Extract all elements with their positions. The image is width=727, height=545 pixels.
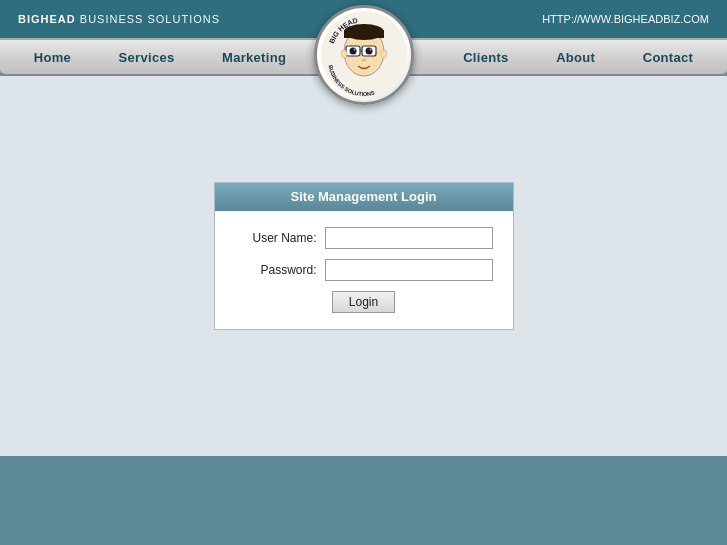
footer-area bbox=[0, 456, 727, 545]
svg-rect-5 bbox=[344, 30, 384, 38]
logo-svg: BIG HEAD BUSINESS SOLUTIONS bbox=[320, 10, 408, 100]
login-box: Site Management Login User Name: Passwor… bbox=[214, 182, 514, 330]
svg-point-15 bbox=[381, 50, 387, 58]
nav-services[interactable]: Services bbox=[105, 46, 189, 69]
login-btn-row: Login bbox=[235, 291, 493, 313]
username-row: User Name: bbox=[235, 227, 493, 249]
svg-point-8 bbox=[353, 49, 355, 51]
password-input[interactable] bbox=[325, 259, 493, 281]
nav-about[interactable]: About bbox=[542, 46, 609, 69]
password-row: Password: bbox=[235, 259, 493, 281]
brand-rest: BUSINESS SOLUTIONS bbox=[76, 13, 220, 25]
nav-contact[interactable]: Contact bbox=[629, 46, 708, 69]
page: BIGHEAD BUSINESS SOLUTIONS HTTP://WWW.BI… bbox=[0, 0, 727, 545]
username-label: User Name: bbox=[235, 231, 325, 245]
content-area: Site Management Login User Name: Passwor… bbox=[0, 76, 727, 456]
login-button[interactable]: Login bbox=[332, 291, 395, 313]
svg-point-7 bbox=[349, 48, 356, 55]
svg-point-10 bbox=[365, 48, 372, 55]
logo-wrap: BIG HEAD BUSINESS SOLUTIONS bbox=[309, 0, 419, 110]
username-input[interactable] bbox=[325, 227, 493, 249]
login-title: Site Management Login bbox=[215, 183, 513, 211]
logo-circle: BIG HEAD BUSINESS SOLUTIONS bbox=[314, 5, 414, 105]
header-url: HTTP://WWW.BIGHEADBIZ.COM bbox=[542, 13, 709, 25]
nav-clients[interactable]: Clients bbox=[449, 46, 522, 69]
nav-home[interactable]: Home bbox=[20, 46, 85, 69]
nav-marketing[interactable]: Marketing bbox=[208, 46, 300, 69]
svg-point-11 bbox=[369, 49, 371, 51]
svg-point-14 bbox=[341, 50, 347, 58]
header-brand: BIGHEAD BUSINESS SOLUTIONS bbox=[18, 13, 220, 25]
login-body: User Name: Password: Login bbox=[215, 211, 513, 329]
svg-point-13 bbox=[361, 59, 366, 62]
password-label: Password: bbox=[235, 263, 325, 277]
brand-bold: BIGHEAD bbox=[18, 13, 76, 25]
